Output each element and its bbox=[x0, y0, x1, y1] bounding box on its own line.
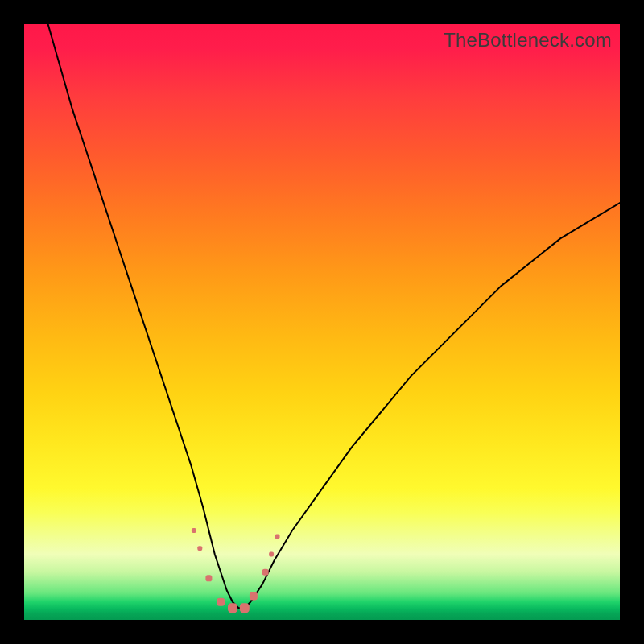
marker-point bbox=[269, 552, 274, 557]
highlight-markers bbox=[192, 528, 280, 613]
marker-point bbox=[240, 603, 250, 613]
chart-frame: TheBottleneck.com bbox=[0, 0, 644, 644]
marker-point bbox=[228, 603, 237, 613]
marker-point bbox=[275, 534, 280, 539]
marker-point bbox=[192, 528, 196, 533]
bottleneck-curve bbox=[48, 24, 620, 608]
marker-point bbox=[262, 569, 269, 576]
marker-point bbox=[205, 575, 212, 581]
curve-svg bbox=[24, 24, 620, 620]
marker-point bbox=[197, 546, 202, 551]
plot-area: TheBottleneck.com bbox=[24, 24, 620, 620]
marker-point bbox=[250, 592, 258, 600]
marker-point bbox=[217, 598, 225, 606]
